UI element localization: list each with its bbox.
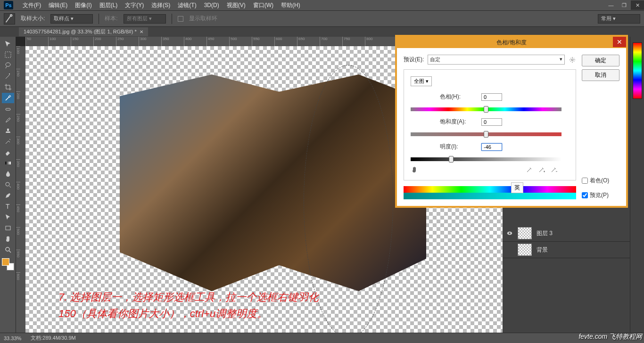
slider-thumb[interactable]	[484, 131, 488, 138]
sliders-group: 全图 ▾ 色相(H): 饱和度(A): 明度(I):	[404, 69, 576, 180]
foreground-color-swatch[interactable]	[2, 258, 9, 266]
watermark: fevte.com 飞特教程网	[578, 333, 642, 341]
path-selection-tool[interactable]	[2, 212, 14, 222]
layer-row[interactable]: 背景	[503, 242, 630, 258]
hue-input[interactable]	[481, 93, 502, 101]
menu-help[interactable]: 帮助(H)	[277, 1, 304, 9]
document-tab-title: 1403577584281.jpg @ 33.3% (图层 1, RGB/8#)…	[24, 28, 137, 35]
layer-thumbnail[interactable]	[518, 244, 532, 256]
ruler-vertical: 100150200250300350400450500550600	[16, 46, 25, 333]
blur-tool[interactable]	[2, 169, 14, 179]
visibility-eye-icon[interactable]	[506, 246, 513, 253]
menu-select[interactable]: 选择(S)	[148, 1, 174, 9]
gradient-tool[interactable]	[2, 158, 14, 168]
spectrum-bar-bottom	[404, 193, 576, 199]
marquee-tool[interactable]	[2, 49, 14, 60]
statusbar: 33.33% 文档:289.4M/30.9M	[0, 333, 644, 343]
slider-thumb[interactable]	[449, 156, 454, 163]
magic-wand-tool[interactable]	[2, 71, 14, 82]
sample-size-dropdown[interactable]: 取样点 ▾	[50, 14, 93, 24]
history-brush-tool[interactable]	[2, 136, 14, 147]
preset-dropdown[interactable]: 自定▾	[428, 55, 565, 65]
eyedropper-tool[interactable]	[2, 93, 14, 103]
lightness-slider[interactable]	[411, 157, 561, 161]
hand-tool[interactable]	[2, 234, 14, 244]
pen-tool[interactable]	[2, 190, 14, 201]
layer-row[interactable]: 图层 3	[503, 225, 630, 242]
color-range-dropdown[interactable]: 全图 ▾	[411, 76, 432, 86]
colorize-checkbox[interactable]	[582, 178, 588, 184]
maximize-button[interactable]: ❐	[618, 0, 631, 10]
saturation-slider[interactable]	[411, 132, 561, 136]
hue-saturation-dialog: 色相/饱和度 ✕ 预设(E): 自定▾ 全图 ▾ 色相(H): 饱和度(A):	[395, 35, 628, 208]
minimize-button[interactable]: —	[604, 0, 618, 10]
menu-image[interactable]: 图像(I)	[71, 1, 95, 9]
dodge-tool[interactable]	[2, 180, 14, 190]
spot-healing-tool[interactable]	[2, 104, 14, 114]
cancel-button[interactable]: 取消	[582, 69, 619, 81]
hue-strip-icon	[633, 42, 642, 99]
hand-scrub-icon[interactable]	[411, 166, 418, 173]
menu-file[interactable]: 文件(F)	[19, 1, 45, 9]
menu-layer[interactable]: 图层(L)	[96, 1, 122, 9]
zoom-tool[interactable]	[2, 245, 14, 255]
crop-tool[interactable]	[2, 82, 14, 92]
visibility-eye-icon[interactable]	[506, 230, 513, 237]
preview-label: 预览(P)	[590, 191, 609, 199]
eyedropper-add-icon[interactable]	[538, 166, 545, 173]
layer-name: 背景	[537, 246, 548, 254]
svg-rect-4	[5, 162, 11, 164]
sample-dropdown[interactable]: 所有图层 ▾	[124, 14, 166, 24]
dialog-close-button[interactable]: ✕	[613, 37, 626, 47]
menu-window[interactable]: 窗口(W)	[249, 1, 277, 9]
svg-point-11	[571, 59, 573, 61]
document-info: 文档:289.4M/30.9M	[31, 335, 75, 342]
lightness-label: 明度(I):	[411, 143, 481, 151]
eyedropper-icon[interactable]	[526, 166, 533, 173]
hue-slider[interactable]	[411, 107, 561, 111]
menu-type[interactable]: 文字(Y)	[121, 1, 148, 9]
gear-icon[interactable]	[569, 56, 576, 64]
slider-thumb[interactable]	[484, 106, 488, 113]
svg-point-10	[509, 232, 511, 234]
layer-name: 图层 3	[537, 229, 553, 237]
color-swatches[interactable]	[2, 258, 14, 270]
ok-button[interactable]: 确定	[582, 55, 619, 66]
move-tool[interactable]	[2, 39, 14, 49]
type-tool[interactable]: T	[2, 201, 14, 212]
menu-3d[interactable]: 3D(D)	[200, 2, 223, 8]
tab-close-icon[interactable]: ✕	[140, 29, 143, 34]
collapsed-color-panel[interactable]	[630, 37, 644, 333]
svg-rect-7	[6, 226, 10, 230]
workspace-dropdown[interactable]: 常用 ▾	[598, 14, 640, 24]
preset-label: 预设(E):	[404, 56, 424, 64]
current-tool-icon[interactable]	[4, 13, 15, 24]
preview-checkbox[interactable]	[582, 192, 588, 198]
svg-point-8	[6, 247, 9, 251]
menu-edit[interactable]: 编辑(E)	[45, 1, 71, 9]
svg-point-5	[6, 182, 9, 186]
svg-point-0	[10, 14, 12, 16]
ime-indicator: 英	[511, 182, 523, 193]
menu-filter[interactable]: 滤镜(T)	[174, 1, 200, 9]
saturation-input[interactable]	[481, 118, 502, 126]
lightness-input[interactable]	[481, 143, 502, 151]
menubar: Ps 文件(F) 编辑(E) 图像(I) 图层(L) 文字(Y) 选择(S) 滤…	[0, 0, 644, 10]
menu-view[interactable]: 视图(V)	[223, 1, 249, 9]
app-logo: Ps	[4, 1, 13, 9]
close-window-button[interactable]: ✕	[631, 0, 644, 10]
rectangle-tool[interactable]	[2, 223, 14, 233]
options-bar: 取样大小: 取样点 ▾ 样本: 所有图层 ▾ 显示取样环 常用 ▾	[0, 10, 644, 26]
dialog-title: 色相/饱和度	[496, 39, 526, 47]
dialog-titlebar[interactable]: 色相/饱和度 ✕	[397, 37, 626, 48]
clone-stamp-tool[interactable]	[2, 125, 14, 136]
eyedropper-subtract-icon[interactable]	[550, 166, 558, 173]
lasso-tool[interactable]	[2, 60, 14, 71]
hue-label: 色相(H):	[411, 93, 481, 101]
zoom-level[interactable]: 33.33%	[4, 335, 21, 341]
layer-thumbnail[interactable]	[518, 227, 532, 239]
show-ring-checkbox[interactable]	[178, 16, 183, 22]
brush-tool[interactable]	[2, 114, 14, 125]
document-tab[interactable]: 1403577584281.jpg @ 33.3% (图层 1, RGB/8#)…	[19, 27, 148, 36]
eraser-tool[interactable]	[2, 147, 14, 157]
